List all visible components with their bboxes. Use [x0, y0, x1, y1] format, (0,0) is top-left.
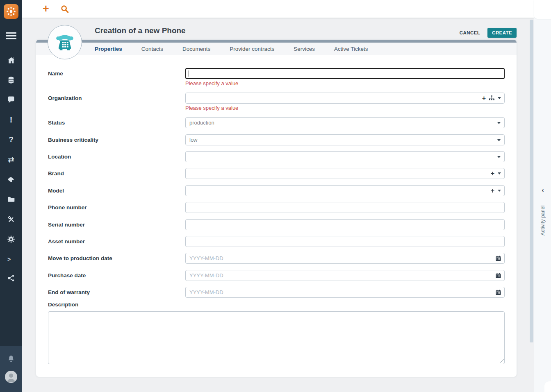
form-row-description-label: Description: [48, 301, 505, 310]
organization-input[interactable]: [185, 93, 505, 104]
object-state-strip: [36, 40, 517, 43]
sidebar-item-data[interactable]: [0, 74, 22, 86]
description-label: Description: [48, 301, 78, 308]
form-row-description: [48, 311, 505, 364]
tab-contacts[interactable]: Contacts: [141, 46, 163, 52]
bell-icon: [7, 355, 15, 363]
caret-down-icon: [497, 122, 501, 124]
activity-panel-label[interactable]: Activity panel: [534, 196, 551, 245]
purchase-date-input[interactable]: [185, 270, 505, 281]
sidebar-item-data-exchange[interactable]: [0, 272, 22, 284]
user-avatar[interactable]: [5, 371, 17, 383]
notifications-button[interactable]: [0, 353, 22, 365]
form-row-organization: Organization +: [48, 93, 505, 117]
end-of-warranty-input[interactable]: [185, 287, 505, 298]
phone-number-label: Phone number: [48, 204, 87, 211]
sidebar-item-problems[interactable]: ?: [0, 134, 22, 146]
sidebar-item-configuration[interactable]: [0, 233, 22, 245]
top-toolbar: +: [22, 0, 534, 18]
share-nodes-icon: [7, 274, 15, 282]
business-criticality-value: low: [189, 137, 198, 143]
exclamation-icon: !: [10, 115, 13, 125]
text-cursor: [189, 70, 189, 77]
database-icon: [7, 76, 15, 84]
organization-label: Organization: [48, 95, 82, 101]
transfer-arrows-icon: ⇄: [8, 155, 14, 164]
status-select[interactable]: production: [185, 117, 505, 128]
end-of-warranty-label: End of warranty: [48, 289, 90, 295]
home-icon: [7, 56, 16, 65]
brand-input[interactable]: [185, 168, 505, 179]
itop-logo-icon: [5, 6, 17, 17]
object-creation-card: Properties Contacts Documents Provider c…: [36, 40, 517, 377]
caret-down-icon: [497, 156, 501, 158]
organization-error: Please specify a value: [185, 105, 238, 111]
hierarchy-icon[interactable]: [489, 95, 494, 101]
business-criticality-label: Business criticality: [48, 137, 98, 143]
form-row-name: Name Please specify a value: [48, 68, 505, 93]
sidebar-item-incidents[interactable]: !: [0, 113, 22, 126]
menu-toggle-button[interactable]: [0, 29, 22, 42]
model-input[interactable]: [185, 185, 505, 196]
location-select[interactable]: [185, 151, 505, 162]
status-label: Status: [48, 120, 65, 126]
activity-panel-expand-button[interactable]: ‹: [534, 185, 551, 194]
sidebar-item-services[interactable]: [0, 174, 22, 186]
tab-services[interactable]: Services: [294, 46, 315, 52]
gear-icon: [7, 235, 15, 243]
user-avatar-icon: [5, 371, 17, 383]
calendar-icon[interactable]: [496, 290, 501, 295]
tab-bar: Properties Contacts Documents Provider c…: [36, 43, 517, 55]
business-criticality-select[interactable]: low: [185, 134, 505, 145]
cancel-button[interactable]: CANCEL: [458, 28, 482, 37]
phone-icon: [54, 31, 76, 53]
plus-icon[interactable]: +: [491, 188, 494, 194]
location-label: Location: [48, 154, 71, 160]
sidebar-item-changes[interactable]: ⇄: [0, 154, 22, 166]
sidebar-item-console[interactable]: >_: [0, 253, 22, 265]
model-label: Model: [48, 188, 64, 194]
status-value: production: [189, 120, 214, 126]
serial-number-input[interactable]: [185, 219, 505, 230]
app-window: ! ? ⇄: [0, 0, 551, 392]
caret-down-icon: [497, 139, 501, 141]
object-class-medallion: [48, 25, 82, 59]
calendar-icon[interactable]: [496, 256, 501, 261]
global-search-button[interactable]: [60, 5, 70, 14]
folder-icon: [7, 195, 15, 204]
purchase-date-label: Purchase date: [48, 272, 86, 279]
tab-active-tickets[interactable]: Active Tickets: [334, 46, 368, 52]
caret-down-icon[interactable]: [498, 190, 501, 192]
sidebar-item-admin-tools[interactable]: [0, 213, 22, 225]
caret-down-icon[interactable]: [498, 97, 501, 99]
calendar-icon[interactable]: [496, 273, 501, 279]
tab-documents[interactable]: Documents: [182, 46, 210, 52]
hand-holding-icon: [7, 176, 16, 184]
activity-panel-collapsed: ‹ Activity panel: [534, 0, 551, 392]
name-input[interactable]: [185, 68, 505, 79]
plus-icon[interactable]: +: [491, 170, 494, 177]
sidebar-item-documents[interactable]: [0, 193, 22, 206]
phone-number-input[interactable]: [185, 202, 505, 213]
create-button[interactable]: CREATE: [487, 28, 517, 38]
move-to-production-date-input[interactable]: [185, 253, 505, 264]
itop-logo[interactable]: [4, 4, 18, 19]
asset-number-input[interactable]: [185, 236, 505, 247]
description-textarea[interactable]: [48, 311, 505, 364]
serial-number-label: Serial number: [48, 222, 85, 228]
sidebar-item-requests[interactable]: [0, 93, 22, 106]
comment-icon: [7, 95, 15, 104]
sidebar: ! ? ⇄: [0, 0, 22, 392]
tab-properties[interactable]: Properties: [95, 46, 122, 52]
vertical-scrollbar[interactable]: [530, 20, 533, 342]
sidebar-item-home[interactable]: [0, 54, 22, 66]
tab-provider-contracts[interactable]: Provider contracts: [230, 46, 274, 52]
name-label: Name: [48, 70, 63, 77]
quick-create-button[interactable]: +: [40, 2, 52, 16]
caret-down-icon[interactable]: [498, 172, 501, 174]
header-actions: CANCEL CREATE: [458, 28, 517, 38]
search-icon: [60, 5, 69, 14]
chevron-left-icon: ‹: [542, 186, 544, 193]
plus-icon[interactable]: +: [482, 95, 486, 102]
asset-number-label: Asset number: [48, 238, 85, 245]
